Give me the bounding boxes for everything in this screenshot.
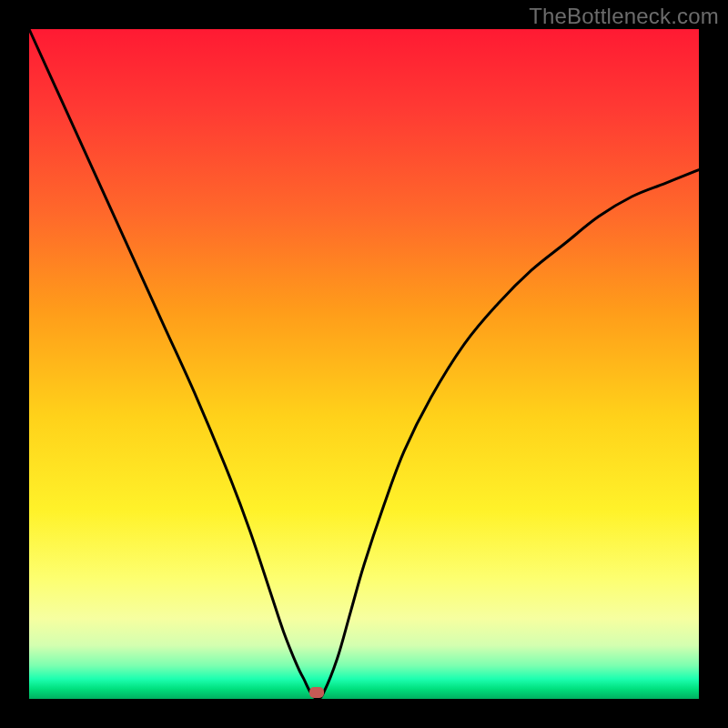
chart-frame: TheBottleneck.com: [0, 0, 728, 728]
minimum-marker: [309, 687, 324, 698]
watermark-text: TheBottleneck.com: [529, 4, 719, 29]
bottleneck-curve-path: [29, 29, 699, 699]
chart-plot: [29, 29, 699, 699]
